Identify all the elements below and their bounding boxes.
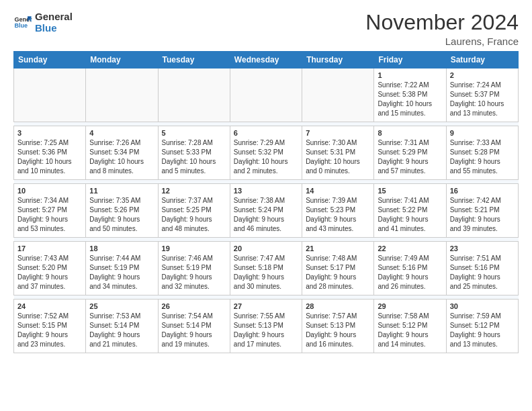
calendar-cell: 15Sunrise: 7:41 AM Sunset: 5:22 PM Dayli… — [374, 184, 446, 238]
day-number: 21 — [306, 244, 370, 253]
day-info: Sunrise: 7:59 AM Sunset: 5:12 PM Dayligh… — [450, 312, 515, 349]
calendar-table: SundayMondayTuesdayWednesdayThursdayFrid… — [13, 51, 519, 353]
day-number: 24 — [17, 302, 82, 310]
calendar-cell: 25Sunrise: 7:53 AM Sunset: 5:14 PM Dayli… — [86, 300, 158, 353]
weekday-header-thursday: Thursday — [302, 52, 374, 68]
calendar-cell: 12Sunrise: 7:37 AM Sunset: 5:25 PM Dayli… — [158, 184, 230, 238]
day-info: Sunrise: 7:55 AM Sunset: 5:13 PM Dayligh… — [234, 312, 298, 349]
page-container: General Blue General Blue November 2024 … — [0, 0, 532, 360]
day-number: 25 — [89, 302, 154, 310]
day-number: 17 — [17, 244, 82, 253]
day-number: 27 — [234, 302, 298, 310]
week-row-2: 10Sunrise: 7:34 AM Sunset: 5:27 PM Dayli… — [14, 184, 519, 238]
calendar-cell: 19Sunrise: 7:46 AM Sunset: 5:19 PM Dayli… — [158, 242, 230, 295]
day-info: Sunrise: 7:29 AM Sunset: 5:32 PM Dayligh… — [234, 138, 298, 176]
weekday-header-sunday: Sunday — [14, 52, 86, 68]
week-row-3: 17Sunrise: 7:43 AM Sunset: 5:20 PM Dayli… — [14, 242, 519, 295]
logo: General Blue General Blue — [13, 11, 73, 34]
day-number: 13 — [234, 187, 298, 195]
day-info: Sunrise: 7:48 AM Sunset: 5:17 PM Dayligh… — [306, 254, 370, 291]
day-number: 20 — [234, 244, 298, 253]
week-row-0: 1Sunrise: 7:22 AM Sunset: 5:38 PM Daylig… — [14, 68, 519, 122]
day-number: 4 — [89, 129, 154, 137]
day-number: 1 — [378, 71, 442, 79]
day-info: Sunrise: 7:26 AM Sunset: 5:34 PM Dayligh… — [89, 138, 154, 176]
weekday-header-saturday: Saturday — [446, 52, 518, 68]
day-number: 16 — [450, 187, 515, 195]
day-info: Sunrise: 7:54 AM Sunset: 5:14 PM Dayligh… — [162, 312, 226, 349]
calendar-cell: 10Sunrise: 7:34 AM Sunset: 5:27 PM Dayli… — [14, 184, 86, 238]
day-info: Sunrise: 7:42 AM Sunset: 5:21 PM Dayligh… — [450, 196, 515, 234]
calendar-cell: 1Sunrise: 7:22 AM Sunset: 5:38 PM Daylig… — [374, 68, 446, 122]
calendar-cell: 2Sunrise: 7:24 AM Sunset: 5:37 PM Daylig… — [446, 68, 518, 122]
week-row-4: 24Sunrise: 7:52 AM Sunset: 5:15 PM Dayli… — [14, 300, 519, 353]
week-row-1: 3Sunrise: 7:25 AM Sunset: 5:36 PM Daylig… — [14, 126, 519, 180]
day-number: 2 — [450, 71, 515, 79]
weekday-header-row: SundayMondayTuesdayWednesdayThursdayFrid… — [14, 52, 519, 68]
weekday-header-tuesday: Tuesday — [158, 52, 230, 68]
day-info: Sunrise: 7:51 AM Sunset: 5:16 PM Dayligh… — [450, 254, 515, 291]
calendar-cell: 4Sunrise: 7:26 AM Sunset: 5:34 PM Daylig… — [86, 126, 158, 180]
logo-text-line1: General — [35, 11, 73, 22]
day-info: Sunrise: 7:52 AM Sunset: 5:15 PM Dayligh… — [17, 312, 82, 349]
calendar-cell — [230, 68, 302, 122]
day-number: 5 — [162, 129, 226, 137]
day-info: Sunrise: 7:49 AM Sunset: 5:16 PM Dayligh… — [378, 254, 442, 291]
day-info: Sunrise: 7:47 AM Sunset: 5:18 PM Dayligh… — [234, 254, 298, 291]
day-info: Sunrise: 7:38 AM Sunset: 5:24 PM Dayligh… — [234, 196, 298, 234]
calendar-cell: 18Sunrise: 7:44 AM Sunset: 5:19 PM Dayli… — [86, 242, 158, 295]
calendar-cell: 5Sunrise: 7:28 AM Sunset: 5:33 PM Daylig… — [158, 126, 230, 180]
day-info: Sunrise: 7:39 AM Sunset: 5:23 PM Dayligh… — [306, 196, 370, 234]
day-number: 18 — [89, 244, 154, 253]
calendar-cell: 16Sunrise: 7:42 AM Sunset: 5:21 PM Dayli… — [446, 184, 518, 238]
calendar-cell: 3Sunrise: 7:25 AM Sunset: 5:36 PM Daylig… — [14, 126, 86, 180]
day-info: Sunrise: 7:35 AM Sunset: 5:26 PM Dayligh… — [89, 196, 154, 234]
day-info: Sunrise: 7:22 AM Sunset: 5:38 PM Dayligh… — [378, 81, 442, 118]
calendar-cell: 17Sunrise: 7:43 AM Sunset: 5:20 PM Dayli… — [14, 242, 86, 295]
location: Laurens, France — [365, 36, 519, 47]
day-number: 10 — [17, 187, 82, 195]
calendar-cell — [302, 68, 374, 122]
day-info: Sunrise: 7:25 AM Sunset: 5:36 PM Dayligh… — [17, 138, 82, 176]
day-info: Sunrise: 7:24 AM Sunset: 5:37 PM Dayligh… — [450, 81, 515, 118]
day-number: 26 — [162, 302, 226, 310]
title-block: November 2024 Laurens, France — [365, 11, 519, 47]
svg-text:Blue: Blue — [14, 23, 28, 30]
day-number: 28 — [306, 302, 370, 310]
logo-text-line2: Blue — [35, 22, 73, 34]
day-info: Sunrise: 7:30 AM Sunset: 5:31 PM Dayligh… — [306, 138, 370, 176]
calendar-cell: 13Sunrise: 7:38 AM Sunset: 5:24 PM Dayli… — [230, 184, 302, 238]
calendar-cell: 14Sunrise: 7:39 AM Sunset: 5:23 PM Dayli… — [302, 184, 374, 238]
day-number: 7 — [306, 129, 370, 137]
day-number: 6 — [234, 129, 298, 137]
calendar-cell: 20Sunrise: 7:47 AM Sunset: 5:18 PM Dayli… — [230, 242, 302, 295]
day-number: 9 — [450, 129, 515, 137]
calendar-cell: 7Sunrise: 7:30 AM Sunset: 5:31 PM Daylig… — [302, 126, 374, 180]
day-info: Sunrise: 7:46 AM Sunset: 5:19 PM Dayligh… — [162, 254, 226, 291]
day-number: 12 — [162, 187, 226, 195]
header: General Blue General Blue November 2024 … — [13, 11, 519, 47]
day-info: Sunrise: 7:53 AM Sunset: 5:14 PM Dayligh… — [89, 312, 154, 349]
day-number: 30 — [450, 302, 515, 310]
day-number: 22 — [378, 244, 442, 253]
logo-icon: General Blue — [13, 13, 32, 32]
calendar-cell: 26Sunrise: 7:54 AM Sunset: 5:14 PM Dayli… — [158, 300, 230, 353]
day-info: Sunrise: 7:44 AM Sunset: 5:19 PM Dayligh… — [89, 254, 154, 291]
day-number: 14 — [306, 187, 370, 195]
day-number: 23 — [450, 244, 515, 253]
calendar-cell: 21Sunrise: 7:48 AM Sunset: 5:17 PM Dayli… — [302, 242, 374, 295]
day-number: 3 — [17, 129, 82, 137]
calendar-cell: 29Sunrise: 7:58 AM Sunset: 5:12 PM Dayli… — [374, 300, 446, 353]
weekday-header-wednesday: Wednesday — [230, 52, 302, 68]
day-number: 15 — [378, 187, 442, 195]
day-info: Sunrise: 7:58 AM Sunset: 5:12 PM Dayligh… — [378, 312, 442, 349]
day-info: Sunrise: 7:43 AM Sunset: 5:20 PM Dayligh… — [17, 254, 82, 291]
day-info: Sunrise: 7:28 AM Sunset: 5:33 PM Dayligh… — [162, 138, 226, 176]
calendar-cell: 28Sunrise: 7:57 AM Sunset: 5:13 PM Dayli… — [302, 300, 374, 353]
calendar-cell: 9Sunrise: 7:33 AM Sunset: 5:28 PM Daylig… — [446, 126, 518, 180]
day-info: Sunrise: 7:57 AM Sunset: 5:13 PM Dayligh… — [306, 312, 370, 349]
day-info: Sunrise: 7:41 AM Sunset: 5:22 PM Dayligh… — [378, 196, 442, 234]
day-info: Sunrise: 7:31 AM Sunset: 5:29 PM Dayligh… — [378, 138, 442, 176]
month-title: November 2024 — [365, 11, 519, 34]
calendar-cell: 23Sunrise: 7:51 AM Sunset: 5:16 PM Dayli… — [446, 242, 518, 295]
